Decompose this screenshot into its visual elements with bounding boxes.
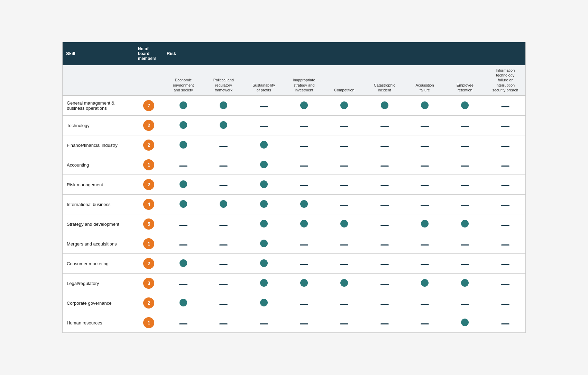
risk-cell bbox=[445, 116, 485, 135]
dash-indicator bbox=[340, 126, 348, 127]
skill-cell: Technology bbox=[63, 116, 135, 135]
members-cell: 1 bbox=[135, 234, 163, 254]
risk-cell bbox=[485, 195, 525, 214]
dash-indicator bbox=[461, 244, 469, 245]
members-cell: 2 bbox=[135, 254, 163, 274]
risk-cell bbox=[445, 135, 485, 155]
dot-indicator bbox=[421, 220, 429, 227]
dash-indicator bbox=[380, 264, 389, 265]
dot-indicator bbox=[421, 279, 429, 287]
risk-cell bbox=[485, 293, 525, 313]
members-cell: 4 bbox=[135, 195, 163, 214]
risk-cell bbox=[163, 175, 203, 195]
dot-indicator bbox=[340, 220, 348, 227]
risk-cell bbox=[163, 116, 203, 135]
dash-indicator bbox=[219, 284, 228, 285]
risk-cell bbox=[405, 254, 445, 274]
risk-cell bbox=[244, 234, 284, 254]
dot-indicator bbox=[461, 101, 469, 109]
dash-indicator bbox=[461, 264, 469, 265]
risk-cell bbox=[284, 195, 324, 214]
subheader-risk-0: Economicenvironmentand society bbox=[163, 65, 203, 96]
dash-indicator bbox=[340, 166, 348, 167]
risk-cell bbox=[324, 214, 364, 234]
dash-indicator bbox=[179, 225, 187, 226]
dash-indicator bbox=[380, 225, 389, 226]
risk-cell bbox=[445, 214, 485, 234]
risk-cell bbox=[163, 293, 203, 313]
risk-cell bbox=[324, 313, 364, 333]
dot-indicator bbox=[260, 240, 268, 247]
dash-indicator bbox=[300, 304, 308, 305]
table-row: Legal/regulatory3 bbox=[63, 274, 525, 293]
dash-indicator bbox=[421, 264, 429, 265]
skill-cell: Risk management bbox=[63, 175, 135, 195]
dot-indicator bbox=[180, 121, 187, 129]
table-row: Strategy and development5 bbox=[63, 214, 525, 234]
dot-indicator bbox=[300, 200, 308, 208]
risk-cell bbox=[244, 293, 284, 313]
members-cell: 1 bbox=[135, 313, 163, 333]
table-row: Corporate governance2 bbox=[63, 293, 525, 313]
dash-indicator bbox=[501, 126, 509, 127]
risk-cell bbox=[203, 234, 244, 254]
dot-indicator bbox=[340, 279, 348, 287]
dot-indicator bbox=[260, 259, 268, 267]
member-badge: 7 bbox=[143, 100, 154, 111]
risk-cell bbox=[364, 175, 404, 195]
dash-indicator bbox=[300, 244, 308, 245]
risk-cell bbox=[203, 155, 244, 175]
dash-indicator bbox=[421, 146, 429, 147]
member-badge: 2 bbox=[143, 179, 154, 190]
dash-indicator bbox=[421, 244, 429, 245]
table-row: Consumer marketing2 bbox=[63, 254, 525, 274]
dot-indicator bbox=[220, 101, 227, 109]
dot-indicator bbox=[461, 279, 469, 287]
risk-cell bbox=[485, 155, 525, 175]
dash-indicator bbox=[461, 304, 469, 305]
dash-indicator bbox=[300, 166, 308, 167]
dash-indicator bbox=[501, 264, 509, 265]
dash-indicator bbox=[219, 264, 228, 265]
members-cell: 1 bbox=[135, 155, 163, 175]
risk-cell bbox=[284, 175, 324, 195]
risk-cell bbox=[163, 214, 203, 234]
dot-indicator bbox=[381, 101, 388, 109]
risk-cell bbox=[485, 175, 525, 195]
subheader-risk-5: Catastrophicincident bbox=[364, 65, 404, 96]
risk-cell bbox=[364, 254, 404, 274]
risk-cell bbox=[405, 313, 445, 333]
risk-cell bbox=[364, 293, 404, 313]
risk-cell bbox=[445, 254, 485, 274]
risk-cell bbox=[364, 195, 404, 214]
dash-indicator bbox=[501, 146, 509, 147]
risk-cell bbox=[364, 96, 404, 116]
risk-cell bbox=[284, 274, 324, 293]
dash-indicator bbox=[501, 244, 509, 245]
dash-indicator bbox=[340, 146, 348, 147]
dash-indicator bbox=[501, 185, 509, 186]
risk-cell bbox=[324, 293, 364, 313]
member-badge: 4 bbox=[143, 199, 154, 210]
risk-cell bbox=[485, 214, 525, 234]
dash-indicator bbox=[300, 323, 308, 324]
risk-cell bbox=[284, 155, 324, 175]
dot-indicator bbox=[180, 259, 187, 267]
skill-cell: Legal/regulatory bbox=[63, 274, 135, 293]
skill-cell: General management & business operations bbox=[63, 96, 135, 116]
dash-indicator bbox=[219, 166, 228, 167]
members-cell: 2 bbox=[135, 116, 163, 135]
risk-cell bbox=[485, 254, 525, 274]
table-row: Accounting1 bbox=[63, 155, 525, 175]
risk-cell bbox=[284, 96, 324, 116]
risk-cell bbox=[405, 96, 445, 116]
risk-cell bbox=[485, 234, 525, 254]
dot-indicator bbox=[421, 101, 429, 109]
dash-indicator bbox=[421, 166, 429, 167]
dash-indicator bbox=[501, 323, 509, 324]
risk-cell bbox=[324, 135, 364, 155]
risk-cell bbox=[163, 155, 203, 175]
risk-cell bbox=[324, 96, 364, 116]
dash-indicator bbox=[300, 185, 308, 186]
dash-indicator bbox=[179, 166, 187, 167]
